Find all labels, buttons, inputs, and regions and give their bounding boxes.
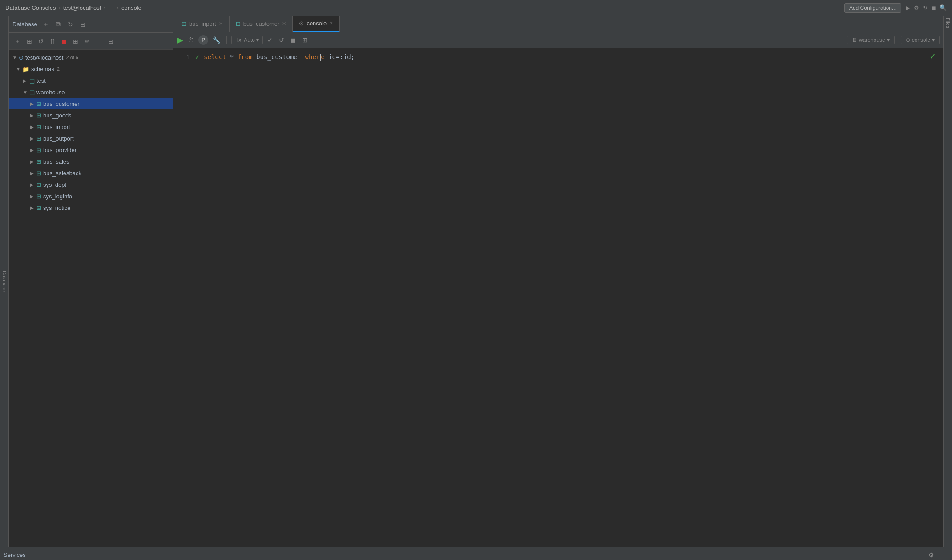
add-datasource-button[interactable]: ＋ [41, 20, 51, 29]
duplicate-button[interactable]: ⧉ [54, 20, 62, 29]
minimize-services-button[interactable]: — [939, 551, 948, 560]
table-icon-sys-dept: ⊞ [36, 181, 41, 188]
stop-icon[interactable]: ◼ [931, 4, 936, 11]
tab-console[interactable]: ⊙ console ✕ [293, 16, 340, 32]
filter-button[interactable]: ⊟ [106, 37, 115, 46]
sql-condition: id=:id; [328, 53, 355, 60]
services-header-icons: ⚙ — [927, 551, 948, 560]
tree-test-schema[interactable]: ▶ ◫ test [9, 75, 173, 86]
tree-bus-salesback[interactable]: ▶ ⊞ bus_salesback [9, 167, 173, 179]
collapse-all-button[interactable]: ⊟ [78, 20, 87, 29]
bottom-area: Services ⚙ — Tx ≡ ⇕ ⊞ ⊟ ＋ ▼ ⊙ test@ [0, 547, 952, 560]
breadcrumb-db-consoles[interactable]: Database Consoles [5, 4, 56, 11]
table-icon-bus-inport: ⊞ [36, 124, 41, 130]
sql-code-1: select * from bus_customer where id=:id; [204, 53, 355, 61]
table-icon-sys-notice: ⊞ [36, 205, 41, 211]
tab-close-console[interactable]: ✕ [329, 20, 333, 26]
console-icon: ⊙ [906, 37, 910, 43]
database-tree: ▼ ⊙ test@localhost 2 of 6 ▼ 📁 schemas 2 … [9, 50, 173, 547]
main-layout: Database Database ＋ ⧉ ↻ ⊟ — ＋ ⊞ ↺ ⇈ ◼ ⊞ … [0, 16, 952, 547]
rollback-button[interactable]: ↺ [277, 36, 286, 44]
db-connection-icon: ⊙ [19, 54, 24, 61]
toolbar-separator [226, 36, 227, 44]
tab-bus-customer[interactable]: ⊞ bus_customer ✕ [230, 16, 293, 32]
tree-bus-sales[interactable]: ▶ ⊞ bus_sales [9, 156, 173, 167]
tree-schemas[interactable]: ▼ 📁 schemas 2 [9, 63, 173, 75]
table-icon-bus-salesback: ⊞ [36, 170, 41, 177]
line-number-1: 1 [177, 54, 195, 60]
bus-goods-label: bus_goods [43, 112, 72, 119]
sql-editor[interactable]: 1 ✓ select * from bus_customer where id=… [173, 48, 943, 547]
sys-dept-arrow: ▶ [30, 182, 36, 187]
table-view-button[interactable]: ⊞ [300, 36, 309, 44]
connection-badge[interactable]: 🖥 warehouse ▾ [847, 36, 895, 44]
tree-bus-outport[interactable]: ▶ ⊞ bus_outport [9, 133, 173, 144]
schema-button[interactable]: ⇈ [48, 37, 57, 46]
tab-close-bus-customer[interactable]: ✕ [282, 21, 286, 27]
tx-mode-select[interactable]: Tx: Auto ▾ [231, 36, 263, 44]
kw-from: from [238, 53, 253, 60]
execute-button[interactable]: ✓ [266, 36, 274, 44]
title-bar: Database Consoles › test@localhost › ⋯ ›… [0, 0, 952, 16]
console-label: console [912, 37, 930, 43]
breadcrumb-localhost[interactable]: test@localhost [63, 4, 101, 11]
play-icon[interactable]: ▶ [906, 4, 910, 11]
warehouse-schema-label: warehouse [36, 89, 65, 96]
stop-button[interactable]: ◼ [60, 37, 69, 46]
connection-arrow: ▾ [887, 37, 890, 43]
search-icon[interactable]: 🔍 [940, 4, 947, 11]
p-button[interactable]: P [198, 35, 208, 45]
remove-button[interactable]: — [91, 20, 101, 29]
copy-table-button[interactable]: ⊞ [25, 37, 34, 46]
tab-bus-inport[interactable]: ⊞ bus_inport ✕ [175, 16, 230, 32]
commit-stop-button[interactable]: ◼ [289, 36, 298, 44]
bus-provider-label: bus_provider [43, 147, 77, 153]
connection-icon: 🖥 [852, 37, 857, 43]
console-badge[interactable]: ⊙ console ▾ [901, 36, 940, 44]
warehouse-arrow: ▼ [23, 90, 29, 95]
tree-bus-inport[interactable]: ▶ ⊞ bus_inport [9, 121, 173, 133]
refresh-icon[interactable]: ↻ [923, 4, 928, 11]
tree-sys-notice[interactable]: ▶ ⊞ sys_notice [9, 202, 173, 214]
tree-bus-goods[interactable]: ▶ ⊞ bus_goods [9, 109, 173, 121]
grid-button[interactable]: ⊞ [71, 37, 80, 46]
tree-bus-customer[interactable]: ▶ ⊞ bus_customer [9, 98, 173, 109]
db-toolbar: ＋ ⊞ ↺ ⇈ ◼ ⊞ ✏ ◫ ⊟ [9, 33, 173, 50]
schemas-label: schemas [31, 66, 54, 73]
tree-bus-provider[interactable]: ▶ ⊞ bus_provider [9, 144, 173, 156]
tools-button[interactable]: 🔧 [211, 36, 222, 44]
kw-where: wher [305, 53, 320, 60]
line-check-1: ✓ [195, 54, 204, 60]
run-sql-button[interactable]: ▶ [177, 35, 183, 45]
table-icon-bus-customer: ⊞ [36, 101, 41, 107]
tab-icon-bus-customer: ⊞ [236, 20, 241, 27]
breadcrumb-console[interactable]: console [121, 4, 141, 11]
kw-select: select [204, 53, 226, 60]
bus-goods-arrow: ▶ [30, 113, 36, 118]
add-configuration-button[interactable]: Add Configuration... [844, 3, 901, 13]
tree-sys-loginfo[interactable]: ▶ ⊞ sys_loginfo [9, 190, 173, 202]
tree-root[interactable]: ▼ ⊙ test@localhost 2 of 6 [9, 52, 173, 63]
console-arrow: ▾ [932, 37, 935, 43]
new-table-button[interactable]: ＋ [12, 36, 22, 46]
edit-button[interactable]: ✏ [83, 37, 92, 46]
db-label-text: Database [2, 271, 7, 292]
tab-close-bus-inport[interactable]: ✕ [219, 21, 223, 27]
sync-button[interactable]: ↺ [36, 37, 45, 46]
sql-space1: * [230, 53, 238, 60]
tree-warehouse-schema[interactable]: ▼ ◫ warehouse [9, 86, 173, 98]
bus-salesback-arrow: ▶ [30, 171, 36, 176]
sql-button[interactable]: ◫ [94, 37, 104, 46]
bus-salesback-label: bus_salesback [43, 170, 81, 177]
tab-icon-bus-inport: ⊞ [182, 20, 186, 27]
settings-icon[interactable]: ⚙ [914, 4, 919, 11]
table-icon-bus-provider: ⊞ [36, 147, 41, 153]
files-icon[interactable]: Files [945, 18, 951, 28]
services-title: Services [4, 552, 26, 558]
tree-sys-dept[interactable]: ▶ ⊞ sys_dept [9, 179, 173, 190]
right-sidebar: Files [943, 16, 952, 547]
refresh-db-button[interactable]: ↻ [66, 20, 75, 29]
history-button[interactable]: ⏱ [186, 36, 196, 44]
settings-services-button[interactable]: ⚙ [927, 551, 936, 560]
sql-table: bus_customer [256, 53, 305, 60]
